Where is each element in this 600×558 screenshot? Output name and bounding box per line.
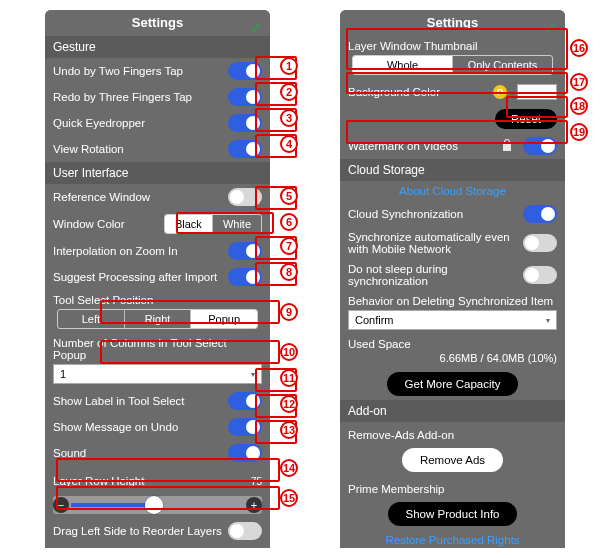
confirm-check-icon-right[interactable]: ✓ xyxy=(545,15,557,41)
annotation-18: 18 xyxy=(570,96,598,116)
label-showlabel: Show Label in Tool Select xyxy=(53,395,222,407)
link-aboutcloud[interactable]: About Cloud Storage xyxy=(340,181,565,201)
row-undo: Undo by Two Fingers Tap xyxy=(45,58,270,84)
annotation-19: 19 xyxy=(570,122,598,142)
seg-toolpos[interactable]: Left Right Popup xyxy=(57,309,258,329)
row-suggest: Suggest Processing after Import xyxy=(45,264,270,290)
row-showlabel: Show Label in Tool Select xyxy=(45,388,270,414)
annotation-3: 3 xyxy=(280,108,308,128)
toggle-watermark[interactable] xyxy=(523,137,557,155)
section-gesture: Gesture xyxy=(45,36,270,58)
getmore-button[interactable]: Get More Capacity xyxy=(387,372,519,396)
label-removeads-h: Remove-Ads Add-on xyxy=(348,429,557,441)
annotation-8: 8 xyxy=(280,262,308,282)
toggle-sound[interactable] xyxy=(228,444,262,462)
opt-whole[interactable]: Whole xyxy=(353,56,452,74)
panel-title-right: Settings ✓ xyxy=(340,10,565,36)
opt-black[interactable]: Black xyxy=(165,215,212,233)
toggle-interpolation[interactable] xyxy=(228,242,262,260)
select-delbehavior-value: Confirm xyxy=(355,314,394,326)
bgcolor-chip[interactable] xyxy=(517,84,557,100)
toggle-nosleep[interactable] xyxy=(523,266,557,284)
label-toolpos: Tool Select Position xyxy=(53,294,153,306)
opt-left[interactable]: Left xyxy=(58,310,124,328)
label-syncauto: Synchronize automatically even with Mobi… xyxy=(348,231,517,255)
label-eyedropper: Quick Eyedropper xyxy=(53,117,222,129)
seg-layerthumb[interactable]: Whole Only Contents xyxy=(352,55,553,75)
label-viewrotation: View Rotation xyxy=(53,143,222,155)
row-syncauto: Synchronize automatically even with Mobi… xyxy=(340,227,565,259)
toggle-cloudsync[interactable] xyxy=(523,205,557,223)
row-reset: Reset xyxy=(340,105,565,133)
label-watermark: Watermark on Videos xyxy=(348,140,495,152)
row-viewrotation: View Rotation xyxy=(45,136,270,162)
label-cloudsync: Cloud Synchronization xyxy=(348,208,517,220)
toggle-syncauto[interactable] xyxy=(523,234,557,252)
link-restore[interactable]: Restore Purchased Rights xyxy=(340,530,565,548)
label-prime-h: Prime Membership xyxy=(348,483,557,495)
label-nosleep: Do not sleep during synchronization xyxy=(348,263,517,287)
opt-onlycontents[interactable]: Only Contents xyxy=(452,56,552,74)
label-windowcolor: Window Color xyxy=(53,218,158,230)
removeads-button[interactable]: Remove Ads xyxy=(402,448,503,472)
reset-button[interactable]: Reset xyxy=(495,109,557,129)
label-interpolation: Interpolation on Zoom In xyxy=(53,245,222,257)
section-cloud: Cloud Storage xyxy=(340,159,565,181)
row-getmore: Get More Capacity xyxy=(340,368,565,400)
slider-rowheight[interactable]: − + xyxy=(53,496,262,514)
confirm-check-icon[interactable]: ✓ xyxy=(250,15,262,41)
label-delbehavior: Behavior on Deleting Synchronized Item xyxy=(348,295,553,307)
toggle-suggest[interactable] xyxy=(228,268,262,286)
row-numcols: Number of Columns in Tool Select Popup 1… xyxy=(45,333,270,388)
value-rowheight: 75 xyxy=(251,476,262,487)
toggle-undo[interactable] xyxy=(228,62,262,80)
toggle-dragreorder[interactable] xyxy=(228,522,262,540)
row-showmsg: Show Message on Undo xyxy=(45,414,270,440)
slider-minus-icon[interactable]: − xyxy=(53,497,69,513)
row-redo: Redo by Three Fingers Tap xyxy=(45,84,270,110)
row-cloudsync: Cloud Synchronization xyxy=(340,201,565,227)
annotation-1: 1 xyxy=(280,56,308,76)
section-ui: User Interface xyxy=(45,162,270,184)
opt-white[interactable]: White xyxy=(212,215,261,233)
opt-right[interactable]: Right xyxy=(124,310,191,328)
select-delbehavior[interactable]: Confirm ▾ xyxy=(348,310,557,330)
annotation-9: 9 xyxy=(280,302,308,322)
slider-thumb[interactable] xyxy=(145,496,163,514)
section-addon: Add-on xyxy=(340,400,565,422)
select-numcols[interactable]: 1 ▾ xyxy=(53,364,262,384)
row-prime-b: Show Product Info xyxy=(340,502,565,530)
row-removeads-h: Remove-Ads Add-on xyxy=(340,422,565,448)
row-rowheight-slider: − + xyxy=(45,492,270,518)
chevron-down-icon: ▾ xyxy=(251,370,255,379)
row-refwindow: Reference Window xyxy=(45,184,270,210)
label-refwindow: Reference Window xyxy=(53,191,222,203)
prime-button[interactable]: Show Product Info xyxy=(388,502,518,526)
toggle-showmsg[interactable] xyxy=(228,418,262,436)
prime-badge-icon: P xyxy=(493,85,507,99)
toggle-refwindow[interactable] xyxy=(228,188,262,206)
label-numcols: Number of Columns in Tool Select Popup xyxy=(53,337,262,361)
toggle-eyedropper[interactable] xyxy=(228,114,262,132)
toggle-showlabel[interactable] xyxy=(228,392,262,410)
lock-icon xyxy=(501,138,517,154)
title-text-right: Settings xyxy=(427,15,478,30)
label-suggest: Suggest Processing after Import xyxy=(53,271,222,283)
row-layerthumb: Layer Window Thumbnail Whole Only Conten… xyxy=(340,36,565,79)
label-undo: Undo by Two Fingers Tap xyxy=(53,65,222,77)
title-text: Settings xyxy=(132,15,183,30)
toggle-redo[interactable] xyxy=(228,88,262,106)
slider-plus-icon[interactable]: + xyxy=(246,497,262,513)
toggle-viewrotation[interactable] xyxy=(228,140,262,158)
opt-popup[interactable]: Popup xyxy=(190,310,257,328)
label-dragreorder: Drag Left Side to Reorder Layers xyxy=(53,525,222,537)
annotation-14: 14 xyxy=(280,458,308,478)
annotation-5: 5 xyxy=(280,186,308,206)
row-watermark: Watermark on Videos xyxy=(340,133,565,159)
annotation-7: 7 xyxy=(280,236,308,256)
annotation-13: 13 xyxy=(280,420,308,440)
select-numcols-value: 1 xyxy=(60,368,66,380)
seg-windowcolor[interactable]: Black White xyxy=(164,214,262,234)
label-bgcolor: Background Color xyxy=(348,86,487,98)
label-redo: Redo by Three Fingers Tap xyxy=(53,91,222,103)
